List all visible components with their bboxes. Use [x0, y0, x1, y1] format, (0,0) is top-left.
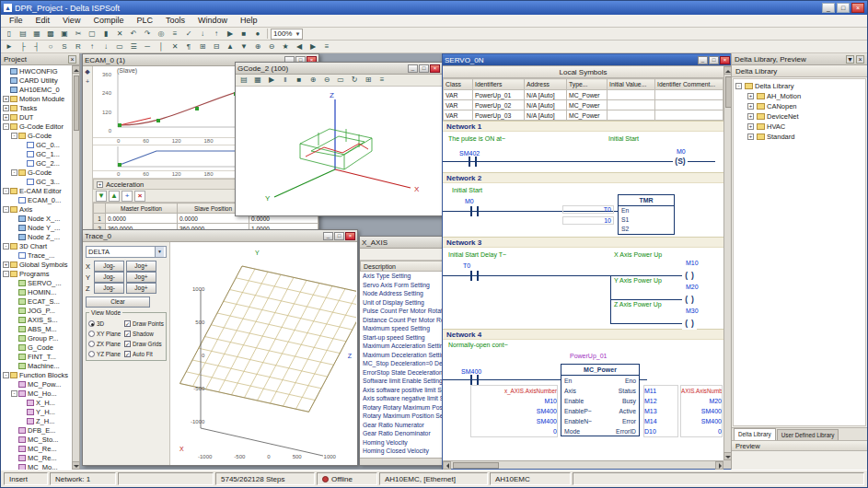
gcode-save-icon[interactable]: ▦	[251, 75, 264, 87]
identifier-cell[interactable]: PowerUp_03	[473, 110, 525, 121]
compile-icon[interactable]: ≡	[168, 28, 181, 40]
tree-expander-icon[interactable]	[11, 215, 17, 222]
project-tree-item[interactable]: - 3D Chart	[3, 241, 72, 250]
monitor-icon[interactable]: ●	[251, 28, 264, 40]
scroll-up-icon[interactable]	[723, 66, 731, 75]
coil-symbol[interactable]	[682, 318, 697, 330]
menu-item[interactable]: View	[56, 15, 87, 27]
gcode-settings-icon[interactable]: ≡	[376, 75, 388, 87]
tree-expander-icon[interactable]	[19, 160, 26, 167]
project-tree-item[interactable]: MC_Re...	[3, 453, 72, 462]
coil-device[interactable]: M20	[686, 284, 699, 290]
menu-item[interactable]: Compile	[87, 15, 130, 27]
operand[interactable]: SM400	[681, 416, 722, 426]
close-icon[interactable]: ×	[856, 55, 864, 64]
tree-expander-icon[interactable]: -	[735, 83, 742, 89]
draw-option[interactable]: Draw Grids	[124, 340, 164, 348]
contact-symbol[interactable]	[470, 271, 479, 281]
scroll-left-icon[interactable]	[443, 461, 451, 470]
gcode-rotate-icon[interactable]: ↻	[348, 75, 361, 87]
scroll-thumb[interactable]	[725, 76, 731, 108]
maximize-button[interactable]: □	[334, 232, 344, 240]
coil-comment[interactable]: Z Axis Power Up	[614, 301, 662, 308]
tree-expander-icon[interactable]	[11, 317, 17, 323]
coil-icon[interactable]: ○	[44, 41, 57, 52]
class-cell[interactable]: VAR	[444, 100, 473, 110]
tree-expander-icon[interactable]	[11, 354, 17, 360]
tree-expander-icon[interactable]: -	[11, 133, 17, 139]
tree-expander-icon[interactable]	[19, 151, 26, 157]
move-down-icon[interactable]: ▼	[237, 41, 250, 52]
h-line-icon[interactable]: ─	[141, 41, 154, 52]
address-cell[interactable]: N/A [Auto]	[525, 110, 567, 121]
comment-cell[interactable]	[655, 90, 723, 100]
library-tree-item[interactable]: + AH_Motion	[735, 91, 863, 101]
network-1-label[interactable]: Network 1	[443, 121, 723, 132]
project-tree-item[interactable]: JOG_P...	[3, 306, 72, 315]
tmr-block[interactable]: TMR EnS1S2	[618, 194, 675, 235]
address-cell[interactable]: N/A [Auto]	[525, 100, 567, 110]
project-tree-item[interactable]: Machine...	[3, 361, 72, 370]
type-cell[interactable]: MC_Power	[567, 100, 608, 110]
comment-cell[interactable]	[655, 100, 723, 110]
tree-expander-icon[interactable]: +	[747, 103, 754, 110]
set-coil-symbol[interactable]: S	[673, 156, 688, 168]
tree-expander-icon[interactable]: +	[3, 114, 9, 121]
radio-icon[interactable]	[88, 320, 95, 327]
tree-expander-icon[interactable]	[11, 225, 17, 231]
instruction-icon[interactable]: ☰	[127, 41, 140, 52]
project-tree-item[interactable]: - Programs	[3, 269, 72, 278]
cut-icon[interactable]: ✂	[72, 28, 85, 40]
type-cell[interactable]: MC_Power	[567, 90, 608, 100]
library-root-item[interactable]: - Delta Library	[735, 81, 863, 91]
menu-item[interactable]: Window	[191, 15, 234, 27]
symbol-row[interactable]: VAR PowerUp_03 N/A [Auto] MC_Power	[444, 110, 723, 121]
gcode-3d-viewport[interactable]: Z X Y	[236, 87, 442, 215]
scroll-down-icon[interactable]	[72, 461, 80, 470]
draw-option[interactable]: Auto Fit	[124, 350, 164, 358]
view-mode-option[interactable]: YZ Plane	[88, 350, 122, 358]
trace-3d-plot[interactable]: Y X Z 10005000-500-1000 -1000-5000500100…	[169, 242, 357, 465]
operand[interactable]: 10	[562, 216, 614, 225]
reset-coil-icon[interactable]: R	[72, 41, 85, 52]
contact-symbol[interactable]	[470, 206, 479, 216]
new-icon[interactable]: ▯	[3, 28, 16, 40]
tree-expander-icon[interactable]	[11, 326, 17, 332]
ecam-delete-row-icon[interactable]: ×	[134, 191, 145, 202]
coil-comment[interactable]: X Axis Power Up	[614, 251, 662, 258]
set-coil-icon[interactable]: S	[58, 41, 71, 52]
operand[interactable]: AXIS.AxisNumber	[681, 386, 722, 396]
project-tree-item[interactable]: - G-Code	[3, 168, 72, 177]
view-mode-option[interactable]: ZX Plane	[88, 340, 122, 348]
close-button[interactable]: ×	[430, 64, 440, 73]
gcode-stop-icon[interactable]: ■	[293, 75, 306, 87]
close-icon[interactable]: ×	[68, 55, 76, 64]
contact-device[interactable]: M0	[465, 198, 474, 204]
device-select[interactable]: DELTA ▼	[86, 246, 167, 258]
project-tree-item[interactable]: MC_Sto...	[3, 435, 72, 444]
print-icon[interactable]: ▣	[58, 28, 71, 40]
contact-nc-icon[interactable]: ┤	[30, 41, 43, 52]
checkbox-icon[interactable]	[124, 320, 131, 327]
rung-comment[interactable]: Initial Start	[452, 187, 482, 193]
class-cell[interactable]: VAR	[444, 90, 473, 100]
jog-minus-button[interactable]: Jog-	[94, 261, 124, 272]
contact-device[interactable]: SM402	[459, 150, 480, 157]
minimize-button[interactable]: _	[822, 3, 835, 13]
project-tree-item[interactable]: Y_H...	[3, 407, 72, 416]
library-tab[interactable]: User Defined Library	[777, 429, 839, 440]
project-tree-item[interactable]: HOMIN...	[3, 287, 72, 296]
project-tree-item[interactable]: Group P...	[3, 333, 72, 343]
minimize-button[interactable]: _	[323, 232, 333, 240]
project-tree-item[interactable]: MC_Re...	[3, 444, 72, 453]
rung-comment[interactable]: The pulse is ON at~	[448, 135, 505, 142]
tree-expander-icon[interactable]	[19, 400, 26, 406]
maximize-button[interactable]: □	[709, 56, 719, 64]
checkbox-icon[interactable]	[124, 341, 131, 347]
tree-expander-icon[interactable]	[11, 436, 17, 443]
move-up-icon[interactable]: ▲	[224, 41, 237, 52]
tree-expander-icon[interactable]: -	[3, 243, 9, 250]
tree-expander-icon[interactable]: -	[11, 390, 17, 397]
jog-plus-button[interactable]: Jog+	[126, 261, 156, 272]
expand-icon[interactable]: +	[97, 181, 103, 188]
